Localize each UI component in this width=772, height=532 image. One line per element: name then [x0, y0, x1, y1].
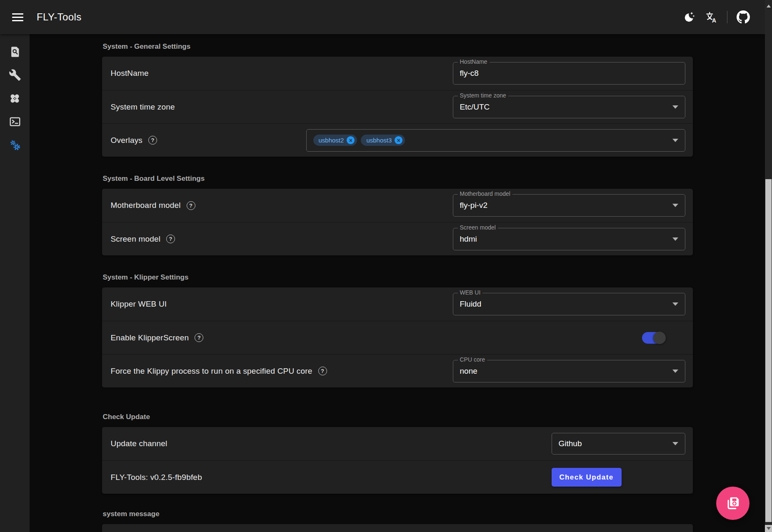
- system-message-card: [102, 524, 693, 532]
- screen-model-select[interactable]: Screen model hdmi: [453, 228, 685, 250]
- timezone-select[interactable]: System time zone Etc/UTC: [453, 96, 685, 118]
- help-icon[interactable]: ?: [318, 367, 327, 375]
- hostname-value: fly-c8: [460, 69, 678, 78]
- screen-model-label: Screen model: [111, 235, 161, 244]
- help-icon[interactable]: ?: [148, 136, 157, 145]
- cpu-core-label: Force the Klippy process to run on a spe…: [111, 367, 312, 376]
- app-bar: FLY-Tools A: [0, 0, 765, 34]
- github-icon[interactable]: [732, 6, 754, 28]
- svg-text:A: A: [712, 17, 716, 24]
- update-channel-value: Github: [559, 439, 668, 448]
- sidebar-item-terminal[interactable]: [3, 110, 27, 133]
- sidebar-item-wrench[interactable]: [3, 63, 27, 87]
- section-title: system message: [103, 510, 693, 518]
- sidebar-item-bandage[interactable]: [3, 87, 27, 110]
- timezone-label: System time zone: [111, 102, 175, 112]
- section-board-settings: System - Board Level Settings Motherboar…: [102, 175, 693, 255]
- appbar-actions: A: [679, 6, 754, 28]
- menu-icon[interactable]: [7, 7, 27, 27]
- general-settings-card: HostName HostName fly-c8 System time zon…: [102, 57, 693, 157]
- section-title: System - Board Level Settings: [103, 175, 693, 182]
- translate-icon[interactable]: A: [700, 6, 722, 28]
- settings-page: System - General Settings HostName HostN…: [30, 34, 765, 532]
- chip-label: usbhost2: [319, 137, 344, 144]
- section-klipper-settings: System - Klipper Settings Klipper WEB UI…: [102, 274, 693, 387]
- chevron-down-icon: [672, 370, 678, 373]
- cpu-core-select[interactable]: CPU core none: [453, 360, 685, 382]
- appbar-divider: [727, 11, 727, 23]
- timezone-value: Etc/UTC: [460, 102, 668, 112]
- section-check-update: Check Update Update channel Github FLY-T…: [102, 413, 693, 494]
- check-update-button[interactable]: Check Update: [552, 468, 622, 487]
- version-text: FLY-Tools: v0.2.5-fb9bfeb: [111, 473, 202, 482]
- chevron-down-icon: [672, 302, 678, 306]
- timezone-row: System time zone System time zone Etc/UT…: [102, 90, 693, 123]
- motherboard-select[interactable]: Motherboard model fly-pi-v2: [453, 194, 685, 217]
- check-update-card: Update channel Github FLY-Tools: v0.2.5-…: [102, 427, 693, 494]
- help-icon[interactable]: ?: [195, 333, 203, 342]
- overlay-chips: usbhost2 × usbhost3 ×: [313, 135, 668, 146]
- scrollbar: [765, 0, 772, 532]
- cpu-core-field-label: CPU core: [458, 357, 487, 363]
- webui-label: Klipper WEB UI: [111, 300, 167, 309]
- motherboard-label: Motherboard model: [111, 201, 181, 210]
- motherboard-row: Motherboard model ? Motherboard model fl…: [102, 189, 693, 222]
- update-channel-select[interactable]: Github: [552, 433, 685, 455]
- scrollbar-thumb[interactable]: [765, 179, 772, 522]
- screen-model-value: hdmi: [460, 235, 668, 244]
- cpu-core-row: Force the Klippy process to run on a spe…: [102, 354, 693, 387]
- overlays-select[interactable]: usbhost2 × usbhost3 ×: [306, 129, 685, 152]
- motherboard-value: fly-pi-v2: [460, 201, 668, 210]
- motherboard-field-label: Motherboard model: [458, 191, 512, 197]
- sidebar: [0, 34, 30, 532]
- hostname-field-label: HostName: [458, 59, 490, 65]
- section-title: Check Update: [103, 413, 693, 421]
- webui-value: Fluidd: [460, 300, 668, 309]
- section-general-settings: System - General Settings HostName HostN…: [102, 43, 693, 157]
- version-row: FLY-Tools: v0.2.5-fb9bfeb Check Update: [102, 460, 693, 494]
- section-title: System - Klipper Settings: [103, 274, 693, 281]
- cpu-core-value: none: [460, 367, 668, 376]
- hostname-row: HostName HostName fly-c8: [102, 57, 693, 90]
- chip-close-icon[interactable]: ×: [395, 136, 402, 144]
- webui-select[interactable]: WEB UI Fluidd: [453, 293, 685, 315]
- klipperscreen-label: Enable KlipperScreen: [111, 333, 189, 342]
- fly-tools-app: FLY-Tools A: [0, 0, 772, 532]
- timezone-field-label: System time zone: [458, 92, 508, 99]
- save-all-fab-button[interactable]: [716, 487, 750, 520]
- section-system-message: system message: [102, 510, 693, 532]
- help-icon[interactable]: ?: [166, 235, 175, 243]
- sidebar-item-settings-gears[interactable]: [3, 133, 27, 157]
- overlays-label: Overlays: [111, 136, 143, 145]
- chevron-down-icon: [672, 105, 678, 109]
- app-title: FLY-Tools: [37, 11, 82, 23]
- toggle-thumb: [653, 332, 666, 344]
- board-settings-card: Motherboard model ? Motherboard model fl…: [102, 189, 693, 255]
- chevron-down-icon: [672, 204, 678, 207]
- hostname-label: HostName: [111, 69, 149, 78]
- webui-row: Klipper WEB UI WEB UI Fluidd: [102, 287, 693, 321]
- overlays-row: Overlays ? usbhost2 × usbhost3: [102, 123, 693, 157]
- update-channel-label: Update channel: [111, 439, 167, 448]
- klipperscreen-row: Enable KlipperScreen ?: [102, 321, 693, 354]
- chevron-down-icon: [672, 237, 678, 241]
- dark-mode-moon-icon[interactable]: [679, 6, 700, 28]
- chip-close-icon[interactable]: ×: [347, 136, 355, 144]
- hostname-input[interactable]: HostName fly-c8: [453, 62, 685, 85]
- klipper-settings-card: Klipper WEB UI WEB UI Fluidd Enable Klip…: [102, 287, 693, 387]
- screen-model-row: Screen model ? Screen model hdmi: [102, 222, 693, 255]
- screen-field-label: Screen model: [458, 225, 498, 231]
- help-icon[interactable]: ?: [187, 201, 195, 210]
- scroll-down-icon[interactable]: [765, 525, 772, 532]
- section-title: System - General Settings: [103, 43, 693, 50]
- chevron-down-icon: [672, 139, 678, 142]
- sidebar-item-file-search[interactable]: [3, 40, 27, 63]
- chevron-down-icon: [672, 442, 678, 445]
- scroll-up-icon[interactable]: [765, 2, 772, 10]
- update-channel-row: Update channel Github: [102, 427, 693, 460]
- overlay-chip-usbhost3[interactable]: usbhost3 ×: [361, 135, 405, 146]
- klipperscreen-toggle[interactable]: [642, 332, 665, 344]
- chip-label: usbhost3: [366, 137, 392, 144]
- webui-field-label: WEB UI: [458, 290, 483, 296]
- overlay-chip-usbhost2[interactable]: usbhost2 ×: [313, 135, 357, 146]
